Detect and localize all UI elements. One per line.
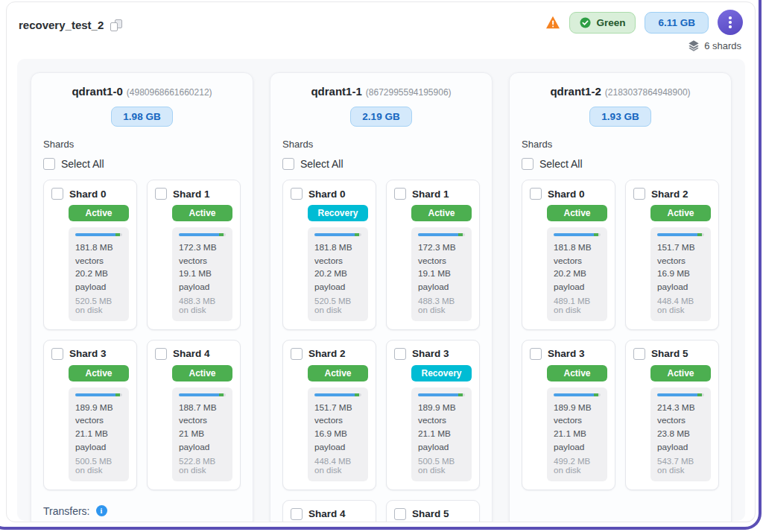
shard-checkbox[interactable] (530, 188, 542, 200)
shard-card-header: Shard 0 (530, 188, 607, 200)
shards-label: Shards (282, 139, 480, 150)
shard-vectors-size: 151.7 MB vectors (657, 241, 704, 267)
shard-grid: Shard 0Active181.8 MB vectors20.2 MB pay… (43, 180, 241, 490)
shard-usage-bar (418, 393, 465, 396)
shard-payload-size: 20.2 MB payload (75, 267, 122, 294)
shard-stats-box: 172.3 MB vectors19.1 MB payload488.3 MB … (172, 227, 232, 321)
shard-status-badge[interactable]: Recovery (411, 365, 472, 381)
shard-stats-box: 172.3 MB vectors19.1 MB payload488.3 MB … (411, 227, 472, 321)
shards-label: Shards (43, 139, 241, 150)
shard-vectors-size: 188.7 MB vectors (179, 402, 226, 428)
shard-usage-bar (554, 233, 601, 236)
shard-vectors-size: 189.9 MB vectors (418, 402, 465, 428)
node-size-badge[interactable]: 2.19 GB (350, 107, 411, 127)
shard-checkbox[interactable] (394, 508, 406, 520)
shard-usage-bar (314, 393, 361, 396)
usage-bar-payload-segment (355, 233, 359, 236)
usage-bar-payload-segment (355, 393, 359, 396)
node-size-wrap: 1.98 GB (43, 107, 241, 127)
shard-usage-bar (418, 233, 465, 236)
node-size-badge[interactable]: 1.98 GB (111, 107, 172, 127)
shard-payload-size: 19.1 MB payload (418, 267, 465, 294)
shard-stats-box: 151.7 MB vectors16.9 MB payload448.4 MB … (650, 227, 711, 321)
shard-usage-bar (657, 393, 704, 396)
shard-card: Shard 5Active214.3 MB vectors23.8 MB pay… (625, 340, 719, 490)
shard-card-header: Shard 3 (530, 348, 607, 360)
shard-checkbox[interactable] (51, 348, 63, 360)
select-all-row: Select All (522, 158, 719, 170)
shard-status-badge[interactable]: Active (547, 365, 607, 381)
select-all-checkbox[interactable] (282, 158, 294, 170)
node-size-wrap: 1.93 GB (522, 107, 719, 127)
shard-card: Shard 3Recovery189.9 MB vectors21.1 MB p… (386, 340, 480, 490)
shard-name: Shard 3 (412, 348, 449, 359)
total-size-label: 6.11 GB (658, 17, 695, 28)
shard-card-header: Shard 3 (51, 348, 129, 360)
status-badge[interactable]: Green (569, 12, 636, 34)
cluster-panel: qdrant1-0(4980968661660212)1.98 GBShards… (17, 59, 745, 521)
shard-status-badge[interactable]: Active (650, 365, 711, 381)
shard-disk-size: 488.3 MB on disk (179, 297, 226, 314)
shard-status-badge[interactable]: Active (411, 205, 472, 221)
transfers-label: Transfers: (43, 505, 90, 517)
node-column: qdrant1-2(2183037864948900)1.93 GBShards… (509, 72, 732, 522)
shard-disk-size: 520.5 MB on disk (75, 297, 122, 314)
info-icon[interactable]: i (96, 505, 107, 516)
select-all-checkbox[interactable] (43, 158, 55, 170)
usage-bar-payload-segment (697, 393, 702, 396)
shard-usage-bar (179, 233, 226, 236)
shard-checkbox[interactable] (155, 348, 167, 360)
usage-bar-payload-segment (219, 393, 224, 396)
shard-disk-size: 488.3 MB on disk (418, 297, 465, 314)
usage-bar-vectors-segment (657, 233, 697, 236)
shard-status-badge[interactable]: Active (650, 205, 711, 221)
shard-status-badge[interactable]: Recovery (308, 205, 368, 221)
shard-card: Shard 3Active189.9 MB vectors21.1 MB pay… (43, 340, 137, 490)
total-size-badge[interactable]: 6.11 GB (645, 12, 709, 34)
shard-name: Shard 0 (548, 189, 585, 200)
shard-usage-bar (314, 233, 361, 236)
node-columns: qdrant1-0(4980968661660212)1.98 GBShards… (31, 72, 732, 522)
shard-checkbox[interactable] (51, 188, 63, 200)
shard-checkbox[interactable] (291, 508, 303, 520)
shard-payload-size: 23.8 MB payload (657, 428, 704, 454)
copy-icon[interactable] (110, 19, 122, 31)
node-peer-id: (2183037864948900) (605, 87, 691, 98)
check-circle-icon (580, 17, 591, 28)
shard-name: Shard 5 (651, 348, 688, 359)
shard-payload-size: 21.1 MB payload (418, 428, 465, 454)
shard-checkbox[interactable] (394, 188, 406, 200)
shard-status-badge[interactable]: Active (172, 365, 232, 381)
shard-vectors-size: 181.8 MB vectors (75, 241, 122, 267)
shard-checkbox[interactable] (291, 348, 303, 360)
shard-status-badge[interactable]: Active (69, 365, 129, 381)
shard-usage-bar (75, 233, 122, 236)
shard-stats-box: 189.9 MB vectors21.1 MB payload499.2 MB … (547, 387, 607, 481)
usage-bar-payload-segment (594, 233, 598, 236)
shard-vectors-size: 151.7 MB vectors (314, 402, 361, 428)
collection-menu-button[interactable] (718, 10, 743, 35)
shard-checkbox[interactable] (633, 188, 645, 200)
node-size-badge[interactable]: 1.93 GB (589, 107, 650, 127)
shard-card-header: Shard 1 (155, 188, 232, 200)
shard-checkbox[interactable] (394, 348, 406, 360)
shard-status-badge[interactable]: Active (172, 205, 232, 221)
shard-payload-size: 19.1 MB payload (179, 267, 226, 294)
shard-stats-box: 189.9 MB vectors21.1 MB payload500.5 MB … (411, 387, 472, 481)
shard-name: Shard 1 (412, 189, 449, 200)
select-all-checkbox[interactable] (522, 158, 534, 170)
shard-payload-size: 21.1 MB payload (554, 428, 601, 454)
shard-status-badge[interactable]: Active (308, 365, 368, 381)
shard-grid: Shard 0Active181.8 MB vectors20.2 MB pay… (522, 180, 719, 490)
shard-usage-bar (179, 393, 226, 396)
shard-status-badge[interactable]: Active (547, 205, 607, 221)
usage-bar-vectors-segment (314, 233, 355, 236)
warning-icon (545, 16, 560, 29)
shard-name: Shard 1 (173, 189, 210, 200)
select-all-label: Select All (300, 158, 343, 170)
shard-checkbox[interactable] (530, 348, 542, 360)
shard-status-badge[interactable]: Active (69, 205, 129, 221)
shard-checkbox[interactable] (155, 188, 167, 200)
shard-checkbox[interactable] (291, 188, 303, 200)
shard-checkbox[interactable] (633, 348, 645, 360)
